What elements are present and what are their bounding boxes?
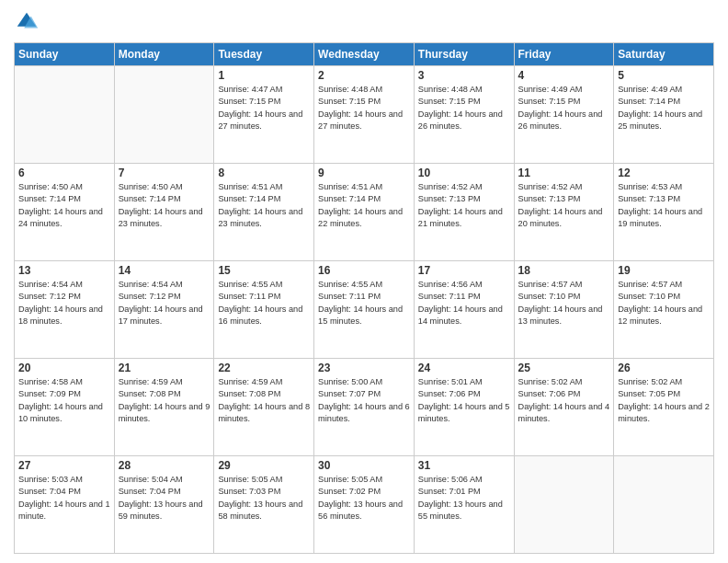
- day-info: Sunrise: 4:48 AMSunset: 7:15 PMDaylight:…: [418, 84, 510, 132]
- day-info: Sunrise: 4:59 AMSunset: 7:08 PMDaylight:…: [218, 376, 310, 425]
- day-info: Sunrise: 4:49 AMSunset: 7:14 PMDaylight:…: [618, 84, 710, 132]
- day-info: Sunrise: 4:57 AMSunset: 7:10 PMDaylight:…: [618, 279, 710, 327]
- day-number: 5: [618, 69, 710, 82]
- day-number: 31: [418, 459, 510, 472]
- day-info: Sunrise: 4:54 AMSunset: 7:12 PMDaylight:…: [18, 279, 110, 327]
- day-number: 10: [418, 167, 510, 179]
- calendar-cell: 24Sunrise: 5:01 AMSunset: 7:06 PMDayligh…: [414, 359, 514, 456]
- day-number: 21: [119, 362, 210, 374]
- day-number: 23: [318, 362, 410, 374]
- weekday-header-row: SundayMondayTuesdayWednesdayThursdayFrid…: [15, 43, 714, 66]
- day-number: 26: [618, 362, 710, 374]
- calendar-cell: 30Sunrise: 5:05 AMSunset: 7:02 PMDayligh…: [314, 456, 415, 554]
- day-number: 24: [418, 362, 510, 374]
- header: [14, 9, 714, 35]
- calendar-week-3: 13Sunrise: 4:54 AMSunset: 7:12 PMDayligh…: [15, 261, 714, 359]
- calendar-cell: 28Sunrise: 5:04 AMSunset: 7:04 PMDayligh…: [114, 456, 214, 554]
- calendar-cell: 3Sunrise: 4:48 AMSunset: 7:15 PMDaylight…: [414, 66, 514, 164]
- calendar-cell: 6Sunrise: 4:50 AMSunset: 7:14 PMDaylight…: [15, 164, 115, 261]
- day-info: Sunrise: 4:57 AMSunset: 7:10 PMDaylight:…: [518, 279, 610, 327]
- day-number: 18: [518, 264, 610, 277]
- day-number: 9: [318, 167, 410, 179]
- weekday-header-friday: Friday: [514, 43, 614, 66]
- day-info: Sunrise: 4:51 AMSunset: 7:14 PMDaylight:…: [218, 181, 310, 230]
- calendar-cell: 2Sunrise: 4:48 AMSunset: 7:15 PMDaylight…: [314, 66, 415, 164]
- day-number: 3: [418, 69, 510, 82]
- day-info: Sunrise: 5:06 AMSunset: 7:01 PMDaylight:…: [418, 474, 510, 523]
- calendar-cell: 17Sunrise: 4:56 AMSunset: 7:11 PMDayligh…: [414, 261, 514, 359]
- calendar-cell: [114, 66, 214, 164]
- calendar-cell: [614, 456, 714, 554]
- day-number: 29: [218, 459, 310, 472]
- day-info: Sunrise: 5:00 AMSunset: 7:07 PMDaylight:…: [318, 376, 410, 425]
- calendar-cell: 31Sunrise: 5:06 AMSunset: 7:01 PMDayligh…: [414, 456, 514, 554]
- day-info: Sunrise: 4:54 AMSunset: 7:12 PMDaylight:…: [119, 279, 210, 327]
- day-info: Sunrise: 5:03 AMSunset: 7:04 PMDaylight:…: [18, 474, 110, 523]
- day-number: 12: [618, 167, 710, 179]
- calendar-cell: 5Sunrise: 4:49 AMSunset: 7:14 PMDaylight…: [614, 66, 714, 164]
- calendar-cell: 15Sunrise: 4:55 AMSunset: 7:11 PMDayligh…: [214, 261, 314, 359]
- day-info: Sunrise: 4:47 AMSunset: 7:15 PMDaylight:…: [218, 84, 310, 132]
- weekday-header-monday: Monday: [114, 43, 214, 66]
- day-info: Sunrise: 4:59 AMSunset: 7:08 PMDaylight:…: [119, 376, 210, 425]
- day-number: 7: [119, 167, 210, 179]
- day-info: Sunrise: 4:50 AMSunset: 7:14 PMDaylight:…: [119, 181, 210, 230]
- day-number: 19: [618, 264, 710, 277]
- calendar-week-2: 6Sunrise: 4:50 AMSunset: 7:14 PMDaylight…: [15, 164, 714, 261]
- day-info: Sunrise: 4:51 AMSunset: 7:14 PMDaylight:…: [318, 181, 410, 230]
- day-number: 2: [318, 69, 410, 82]
- day-info: Sunrise: 4:48 AMSunset: 7:15 PMDaylight:…: [318, 84, 410, 132]
- day-info: Sunrise: 5:05 AMSunset: 7:03 PMDaylight:…: [218, 474, 310, 523]
- day-number: 17: [418, 264, 510, 277]
- calendar-cell: 12Sunrise: 4:53 AMSunset: 7:13 PMDayligh…: [614, 164, 714, 261]
- calendar-cell: 29Sunrise: 5:05 AMSunset: 7:03 PMDayligh…: [214, 456, 314, 554]
- day-info: Sunrise: 4:53 AMSunset: 7:13 PMDaylight:…: [618, 181, 710, 230]
- calendar-week-5: 27Sunrise: 5:03 AMSunset: 7:04 PMDayligh…: [15, 456, 714, 554]
- calendar-cell: 23Sunrise: 5:00 AMSunset: 7:07 PMDayligh…: [314, 359, 415, 456]
- weekday-header-wednesday: Wednesday: [314, 43, 415, 66]
- day-number: 16: [318, 264, 410, 277]
- day-number: 6: [18, 167, 110, 179]
- day-number: 14: [119, 264, 210, 277]
- calendar-cell: 8Sunrise: 4:51 AMSunset: 7:14 PMDaylight…: [214, 164, 314, 261]
- calendar-cell: [15, 66, 115, 164]
- calendar-cell: 26Sunrise: 5:02 AMSunset: 7:05 PMDayligh…: [614, 359, 714, 456]
- day-number: 13: [18, 264, 110, 277]
- calendar-cell: [514, 456, 614, 554]
- day-info: Sunrise: 4:58 AMSunset: 7:09 PMDaylight:…: [18, 376, 110, 425]
- day-number: 27: [18, 459, 110, 472]
- day-number: 4: [518, 69, 610, 82]
- logo: [14, 9, 43, 35]
- calendar-week-4: 20Sunrise: 4:58 AMSunset: 7:09 PMDayligh…: [15, 359, 714, 456]
- day-number: 11: [518, 167, 610, 179]
- day-number: 1: [218, 69, 310, 82]
- day-info: Sunrise: 4:55 AMSunset: 7:11 PMDaylight:…: [218, 279, 310, 327]
- calendar-cell: 19Sunrise: 4:57 AMSunset: 7:10 PMDayligh…: [614, 261, 714, 359]
- calendar-cell: 1Sunrise: 4:47 AMSunset: 7:15 PMDaylight…: [214, 66, 314, 164]
- day-info: Sunrise: 4:50 AMSunset: 7:14 PMDaylight:…: [18, 181, 110, 230]
- day-info: Sunrise: 4:52 AMSunset: 7:13 PMDaylight:…: [518, 181, 610, 230]
- calendar-cell: 20Sunrise: 4:58 AMSunset: 7:09 PMDayligh…: [15, 359, 115, 456]
- day-info: Sunrise: 4:56 AMSunset: 7:11 PMDaylight:…: [418, 279, 510, 327]
- calendar-cell: 13Sunrise: 4:54 AMSunset: 7:12 PMDayligh…: [15, 261, 115, 359]
- day-info: Sunrise: 5:02 AMSunset: 7:06 PMDaylight:…: [518, 376, 610, 425]
- calendar-cell: 18Sunrise: 4:57 AMSunset: 7:10 PMDayligh…: [514, 261, 614, 359]
- day-number: 30: [318, 459, 410, 472]
- calendar-cell: 25Sunrise: 5:02 AMSunset: 7:06 PMDayligh…: [514, 359, 614, 456]
- calendar-cell: 4Sunrise: 4:49 AMSunset: 7:15 PMDaylight…: [514, 66, 614, 164]
- day-number: 28: [119, 459, 210, 472]
- weekday-header-thursday: Thursday: [414, 43, 514, 66]
- calendar-week-1: 1Sunrise: 4:47 AMSunset: 7:15 PMDaylight…: [15, 66, 714, 164]
- day-info: Sunrise: 5:02 AMSunset: 7:05 PMDaylight:…: [618, 376, 710, 425]
- day-info: Sunrise: 4:49 AMSunset: 7:15 PMDaylight:…: [518, 84, 610, 132]
- day-number: 22: [218, 362, 310, 374]
- day-number: 8: [218, 167, 310, 179]
- day-info: Sunrise: 4:55 AMSunset: 7:11 PMDaylight:…: [318, 279, 410, 327]
- calendar-cell: 14Sunrise: 4:54 AMSunset: 7:12 PMDayligh…: [114, 261, 214, 359]
- day-number: 25: [518, 362, 610, 374]
- day-info: Sunrise: 5:04 AMSunset: 7:04 PMDaylight:…: [119, 474, 210, 523]
- page: SundayMondayTuesdayWednesdayThursdayFrid…: [0, 0, 728, 563]
- weekday-header-sunday: Sunday: [15, 43, 115, 66]
- calendar-table: SundayMondayTuesdayWednesdayThursdayFrid…: [14, 42, 714, 554]
- calendar-cell: 21Sunrise: 4:59 AMSunset: 7:08 PMDayligh…: [114, 359, 214, 456]
